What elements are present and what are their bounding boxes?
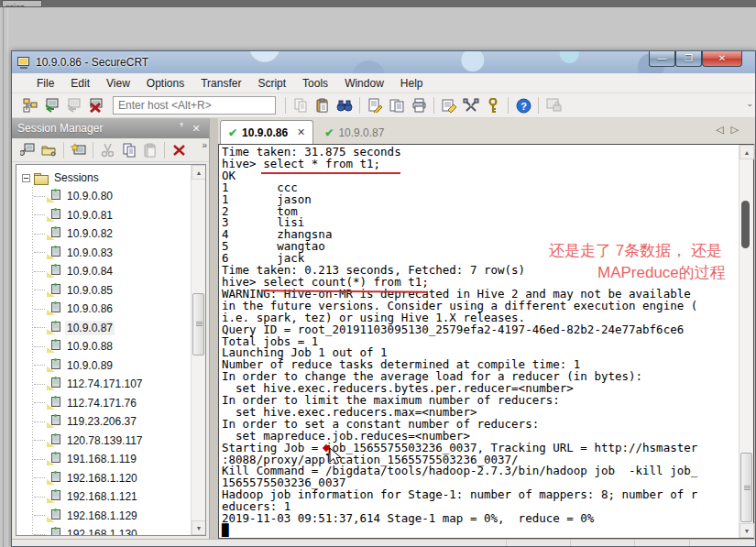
- session-item[interactable]: 191.168.1.119: [22, 450, 191, 469]
- session-item[interactable]: 10.9.0.89: [22, 356, 191, 376]
- session-tab[interactable]: ✔ 10.9.0.86 ✕: [220, 120, 313, 144]
- global-options-button[interactable]: [461, 95, 481, 115]
- session-host-icon: [47, 246, 60, 259]
- menu-item[interactable]: Transfer: [192, 74, 249, 93]
- session-item[interactable]: 192.168.1.121: [22, 487, 191, 507]
- session-item-label: 119.23.206.37: [65, 414, 138, 429]
- session-item[interactable]: 10.9.0.88: [22, 337, 191, 356]
- scroll-down-icon[interactable]: ▼: [740, 523, 754, 538]
- tree-stub-line: [34, 384, 45, 385]
- scroll-up-icon[interactable]: ▲: [192, 165, 206, 180]
- session-item[interactable]: 10.9.0.84: [22, 262, 191, 281]
- main-content: Session Manager ꜛ ✕: [12, 118, 755, 539]
- terminal[interactable]: Time taken: 31.875 seconds hive> select …: [219, 145, 739, 538]
- tab-bar: ✔ 10.9.0.86 ✕ ✔ 10.9.0.87 ◁▷: [218, 118, 755, 144]
- menu-item[interactable]: File: [28, 74, 62, 93]
- tree-stub-line: [34, 214, 45, 215]
- overlay-scroll-indicator[interactable]: [741, 201, 750, 248]
- background-window-tab[interactable]: ssion: [2, 0, 42, 7]
- cut-button[interactable]: [98, 140, 117, 159]
- session-item[interactable]: 112.74.171.76: [22, 394, 191, 413]
- new-session-button[interactable]: [69, 140, 88, 159]
- session-item[interactable]: 120.78.139.117: [22, 432, 191, 451]
- pin-icon[interactable]: ꜛ: [174, 123, 189, 134]
- paste-button[interactable]: [312, 95, 333, 115]
- session-item[interactable]: 112.74.171.107: [22, 375, 191, 394]
- close-button[interactable]: ✕: [702, 51, 742, 67]
- session-item[interactable]: 10.9.0.81: [22, 206, 191, 225]
- minimize-button[interactable]: —: [649, 51, 675, 67]
- menu-item[interactable]: Tools: [294, 74, 336, 93]
- panel-close-icon[interactable]: ✕: [189, 123, 203, 135]
- sessions-root-node[interactable]: Sessions: [22, 169, 191, 187]
- session-host-icon: [47, 190, 60, 202]
- maximize-icon: ❐: [685, 54, 693, 63]
- scrollbar-thumb[interactable]: [740, 453, 752, 522]
- session-item[interactable]: 10.9.0.82: [22, 224, 191, 244]
- toolbar-overflow-icon[interactable]: ⌄: [746, 99, 753, 108]
- disconnect-button[interactable]: [86, 95, 106, 115]
- session-item-label: 10.9.0.82: [65, 226, 115, 241]
- session-options-button[interactable]: [439, 95, 459, 115]
- session-item[interactable]: 192.168.1.130: [22, 525, 191, 535]
- quick-connect-button[interactable]: [42, 95, 62, 115]
- paste-session-button[interactable]: [140, 140, 159, 159]
- collapse-icon[interactable]: [22, 174, 30, 182]
- session-manager-panel: Session Manager ꜛ ✕: [12, 118, 210, 539]
- session-item[interactable]: 119.23.206.37: [22, 412, 191, 432]
- tree-stub-line: [34, 402, 45, 403]
- panel-overflow-icon[interactable]: »: [202, 140, 207, 150]
- menu-item[interactable]: View: [98, 74, 138, 93]
- copy-session-button[interactable]: [119, 140, 138, 159]
- session-item[interactable]: 10.9.0.80: [22, 187, 191, 206]
- session-host-icon: [47, 434, 60, 447]
- session-item[interactable]: 192.168.1.120: [22, 469, 191, 488]
- maximize-button[interactable]: ❐: [675, 51, 702, 67]
- scroll-down-icon[interactable]: ▼: [192, 520, 206, 535]
- open-folder-button[interactable]: [39, 140, 59, 159]
- tab-scroll-right-icon[interactable]: ▷: [731, 124, 746, 135]
- session-item[interactable]: 192.168.1.129: [22, 507, 191, 526]
- menu-item[interactable]: Help: [392, 74, 432, 93]
- help-button[interactable]: ?: [513, 95, 533, 115]
- tab-scroll-left-icon[interactable]: ◁: [716, 124, 730, 135]
- session-item-label: 192.168.1.130: [65, 527, 139, 535]
- delete-session-button[interactable]: [170, 140, 189, 159]
- session-host-icon: [47, 453, 60, 465]
- toolbar-separator: [164, 142, 165, 159]
- scrollbar-thumb[interactable]: [192, 293, 204, 356]
- menu-item[interactable]: Script: [249, 74, 294, 93]
- quick-connect-icon: [44, 98, 60, 113]
- copy-button[interactable]: [290, 95, 311, 115]
- terminal-output[interactable]: Time taken: 31.875 seconds hive> select …: [219, 145, 739, 537]
- session-item[interactable]: 10.9.0.85: [22, 281, 191, 301]
- panel-splitter[interactable]: [210, 118, 218, 539]
- session-tab[interactable]: ✔ 10.9.0.87: [317, 122, 391, 144]
- scroll-up-icon[interactable]: ▲: [740, 145, 754, 159]
- lock-session-button[interactable]: [543, 95, 564, 115]
- tab-scroll-arrows[interactable]: ◁▷: [716, 124, 746, 136]
- find-button[interactable]: [334, 95, 355, 115]
- toolbar-separator: [285, 97, 286, 114]
- session-manager-toggle-button[interactable]: [20, 95, 40, 115]
- reconnect-button[interactable]: [64, 95, 84, 115]
- host-input[interactable]: [113, 96, 276, 115]
- session-item[interactable]: 10.9.0.83: [22, 244, 191, 263]
- menu-item[interactable]: Edit: [62, 74, 98, 93]
- connect-session-button[interactable]: [18, 140, 38, 159]
- annotation-underline-select-star: [261, 172, 400, 174]
- tab-close-icon[interactable]: ✕: [297, 126, 305, 138]
- status-segment: [507, 540, 571, 546]
- session-item-label: 192.168.1.129: [65, 509, 139, 523]
- menu-item[interactable]: Options: [138, 74, 192, 93]
- menu-item[interactable]: Window: [336, 74, 392, 93]
- session-item[interactable]: 10.9.0.86: [22, 300, 191, 319]
- session-log-button[interactable]: [365, 95, 385, 115]
- raw-log-button[interactable]: [387, 95, 407, 115]
- session-host-icon: [47, 284, 60, 297]
- session-tree-scrollbar[interactable]: ▲ ▼: [191, 165, 205, 535]
- keymap-button[interactable]: [483, 95, 503, 115]
- print-button[interactable]: [409, 95, 429, 115]
- session-item[interactable]: 10.9.0.87: [22, 319, 191, 338]
- lock-icon: [546, 98, 562, 113]
